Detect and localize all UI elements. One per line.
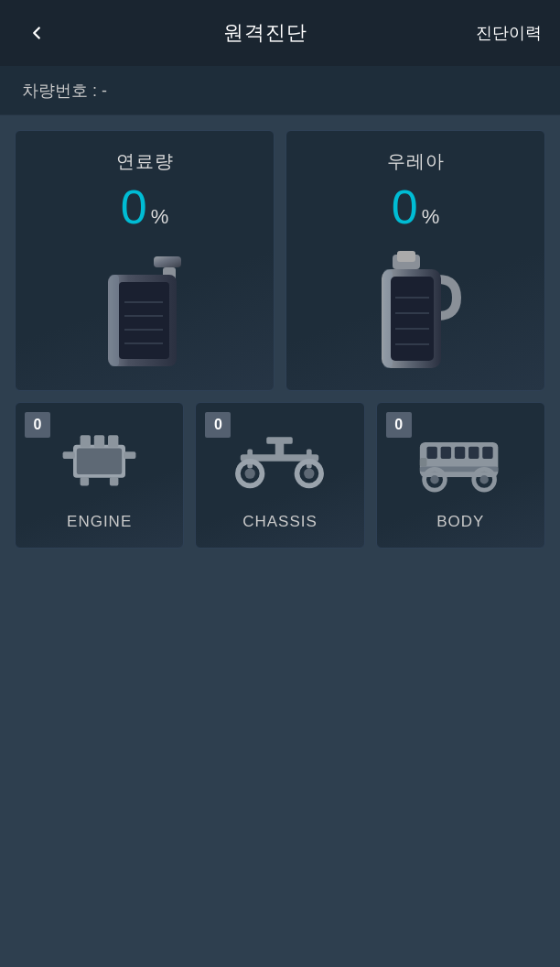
app-header: 원격진단 진단이력 [0,0,560,66]
svg-rect-0 [154,256,181,267]
svg-rect-19 [77,449,122,475]
svg-rect-10 [397,251,415,262]
svg-rect-40 [468,447,479,459]
svg-rect-21 [94,435,104,447]
body-label: BODY [436,513,484,531]
back-button[interactable] [18,15,55,51]
urea-value: 0 [392,183,418,231]
fuel-unit: % [151,205,169,229]
urea-gauge-card: 우레아 0 % [285,130,545,391]
body-card[interactable]: 0 [376,402,545,549]
diagnostics-row: 0 ENGINE [15,402,545,549]
urea-value-row: 0 % [392,183,439,231]
fuel-icon [90,247,199,375]
engine-badge: 0 [25,412,50,438]
engine-icon [56,423,143,493]
svg-rect-25 [81,477,90,486]
fuel-value: 0 [121,183,147,231]
main-content: 연료량 0 % [0,115,560,549]
svg-rect-24 [124,451,135,459]
svg-rect-38 [440,447,450,459]
svg-rect-20 [81,435,91,447]
fuel-value-row: 0 % [121,183,168,231]
svg-rect-23 [63,451,75,459]
vehicle-number-label: 차량번호 : - [22,80,107,102]
urea-title: 우레아 [387,149,445,174]
svg-rect-3 [110,275,119,366]
body-badge: 0 [386,412,412,438]
page-title: 원격진단 [223,19,307,47]
svg-rect-37 [426,447,436,459]
svg-point-31 [245,468,255,478]
chassis-badge: 0 [205,412,231,438]
svg-rect-26 [110,477,118,486]
engine-label: ENGINE [67,513,132,531]
svg-rect-4 [119,282,169,359]
body-icon [413,423,509,493]
history-button[interactable]: 진단이력 [476,22,542,44]
svg-rect-13 [391,277,434,361]
svg-point-44 [430,475,439,484]
fuel-title: 연료량 [116,149,174,174]
svg-point-33 [305,468,315,478]
gauges-row: 연료량 0 % [15,130,545,391]
chassis-card[interactable]: 0 [195,402,364,549]
fuel-gauge-card: 연료량 0 % [15,130,275,391]
urea-icon [365,247,466,375]
engine-card[interactable]: 0 ENGINE [15,402,184,549]
svg-point-46 [479,475,489,484]
chassis-icon [232,423,328,493]
svg-rect-35 [267,437,294,444]
svg-rect-22 [108,435,118,447]
svg-rect-39 [455,447,465,459]
svg-rect-47 [420,458,427,467]
urea-unit: % [422,205,440,229]
svg-rect-41 [482,447,492,459]
chassis-label: CHASSIS [242,513,318,531]
vehicle-bar: 차량번호 : - [0,66,560,115]
